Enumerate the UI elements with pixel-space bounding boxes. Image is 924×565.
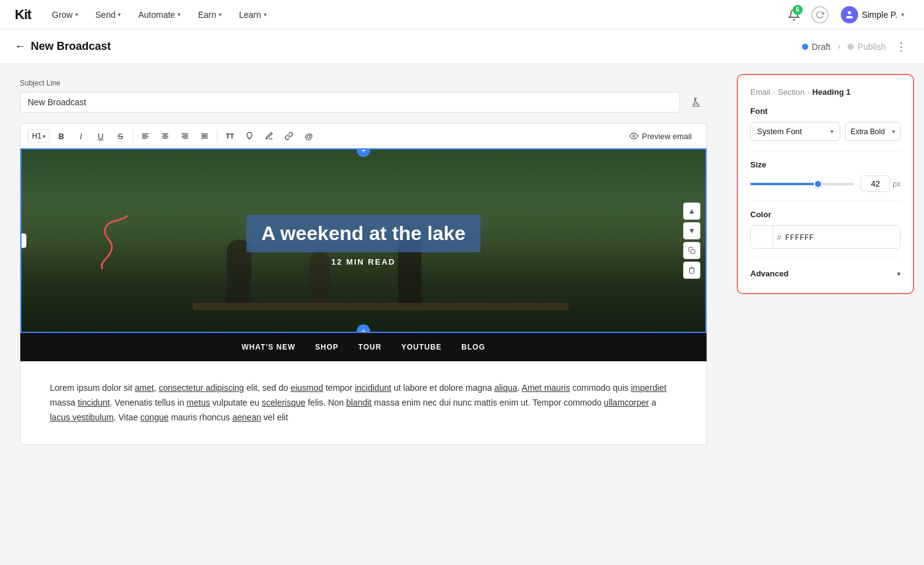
mention-button[interactable]: @: [300, 127, 317, 145]
align-right-button[interactable]: [176, 127, 193, 145]
font-section-label: Font: [750, 106, 901, 116]
breadcrumb-section[interactable]: Section: [778, 87, 804, 97]
logo: Kit: [15, 7, 31, 23]
link-icon: [285, 132, 293, 140]
divider-3: [750, 257, 901, 258]
font-family-select[interactable]: System Font ▾: [750, 122, 840, 141]
user-icon: [845, 10, 854, 20]
align-left-button[interactable]: [137, 127, 154, 145]
align-right-icon: [180, 132, 189, 140]
align-center-icon: [161, 132, 169, 140]
nav-label-send: Send: [95, 10, 116, 20]
breadcrumb-sep-2: ›: [807, 87, 809, 97]
italic-button[interactable]: I: [72, 127, 89, 145]
user-menu-button[interactable]: Simple P. ▾: [836, 4, 909, 26]
pen-button[interactable]: [261, 127, 278, 145]
advanced-section[interactable]: Advanced ▾: [750, 266, 901, 281]
color-control[interactable]: #: [750, 225, 901, 249]
nav-item-youtube[interactable]: YOUTUBE: [401, 343, 442, 351]
notifications-button[interactable]: 6: [784, 5, 804, 25]
nav-item-grow[interactable]: Grow ▾: [46, 6, 84, 23]
size-section-label: Size: [750, 160, 901, 169]
page-title: New Broadcast: [31, 40, 111, 53]
nav-item-whats-new[interactable]: WHAT'S NEW: [241, 343, 295, 351]
publish-status[interactable]: Publish: [848, 42, 886, 52]
slider-thumb[interactable]: [814, 180, 822, 188]
nav-item-automate[interactable]: Automate ▾: [132, 6, 187, 23]
size-slider[interactable]: [750, 178, 854, 190]
heading-select[interactable]: H1 ▾: [28, 129, 50, 143]
email-canvas: A weekend at the lake 12 MIN READ + + ▲ …: [20, 148, 707, 445]
font-weight-chevron-icon: ▾: [892, 128, 895, 135]
link-button[interactable]: [280, 127, 298, 145]
hero-subtitle: 12 MIN READ: [331, 257, 395, 266]
font-weight-value: Extra Bold: [851, 127, 885, 136]
preview-email-button[interactable]: Preview email: [622, 129, 699, 144]
strikethrough-button[interactable]: S: [111, 127, 129, 145]
text-size-button[interactable]: TT: [221, 127, 238, 145]
chevron-down-icon: ▾: [118, 11, 121, 18]
section-controls: ▲ ▼: [683, 202, 700, 279]
nav-item-blog[interactable]: BLOG: [461, 343, 485, 351]
advanced-label: Advanced: [750, 269, 788, 278]
delete-button[interactable]: [683, 262, 700, 279]
publish-label: Publish: [857, 42, 886, 52]
nav-item-send[interactable]: Send ▾: [89, 6, 128, 23]
nav-item-earn[interactable]: Earn ▾: [192, 6, 228, 23]
nav-item-tour[interactable]: TOUR: [359, 343, 382, 351]
breadcrumb: Email › Section › Heading 1: [750, 87, 901, 97]
underline-button[interactable]: U: [92, 127, 109, 145]
breadcrumb-email[interactable]: Email: [750, 87, 771, 97]
header-bar: ← New Broadcast Draft › Publish ⋮: [0, 30, 924, 64]
preview-label: Preview email: [642, 132, 692, 141]
flask-icon: [691, 97, 702, 108]
hero-image-section[interactable]: A weekend at the lake 12 MIN READ + + ▲ …: [20, 148, 707, 333]
svg-point-0: [848, 11, 851, 14]
nav-item-shop[interactable]: SHOP: [315, 343, 339, 351]
advanced-chevron-icon: ▾: [897, 270, 901, 278]
duplicate-button[interactable]: [683, 242, 700, 259]
subject-input[interactable]: [20, 92, 680, 113]
move-down-button[interactable]: ▼: [683, 222, 700, 239]
color-input[interactable]: [785, 233, 834, 242]
size-input-row: px: [861, 175, 901, 192]
avatar: [841, 6, 858, 23]
more-options-button[interactable]: ⋮: [893, 38, 909, 56]
nav-label-learn: Learn: [239, 10, 261, 20]
color-swatch[interactable]: [751, 226, 773, 248]
color-hash: #: [773, 233, 785, 242]
breadcrumb-current: Heading 1: [813, 87, 851, 97]
align-justify-button[interactable]: [196, 127, 213, 145]
highlight-icon: [245, 132, 254, 140]
editor-area: Subject Line H1 ▾ B I U S: [0, 64, 727, 565]
divider-2: [750, 201, 901, 201]
pen-icon: [265, 132, 274, 140]
nav-item-learn[interactable]: Learn ▾: [233, 6, 273, 23]
email-body: Lorem ipsum dolor sit amet, consectetur …: [20, 361, 707, 444]
nav-label-grow: Grow: [52, 10, 72, 20]
align-center-button[interactable]: [156, 127, 174, 145]
nav-label-earn: Earn: [198, 10, 216, 20]
right-panel: Email › Section › Heading 1 Font System …: [727, 64, 924, 565]
size-input[interactable]: [861, 175, 890, 192]
move-up-button[interactable]: ▲: [683, 202, 700, 220]
status-chevron-icon: ›: [838, 42, 840, 51]
bold-button[interactable]: B: [52, 127, 70, 145]
sync-button[interactable]: [811, 6, 829, 23]
back-button[interactable]: ← New Broadcast: [15, 40, 111, 53]
subject-input-row: [20, 91, 707, 113]
chevron-down-icon: ▾: [901, 11, 904, 18]
slider-track: [750, 183, 854, 185]
trash-icon: [688, 266, 695, 274]
sync-icon: [816, 10, 824, 19]
align-left-icon: [141, 132, 150, 140]
add-content-left-button[interactable]: +: [20, 233, 26, 248]
subject-line-label: Subject Line: [20, 79, 707, 87]
font-weight-select[interactable]: Extra Bold ▾: [845, 122, 901, 141]
font-family-chevron-icon: ▾: [830, 128, 833, 135]
highlight-button[interactable]: [241, 127, 258, 145]
hero-title: A weekend at the lake: [261, 222, 465, 245]
ai-assist-button[interactable]: [685, 91, 707, 113]
svg-rect-19: [691, 250, 695, 254]
hero-title-box: A weekend at the lake: [246, 215, 480, 252]
